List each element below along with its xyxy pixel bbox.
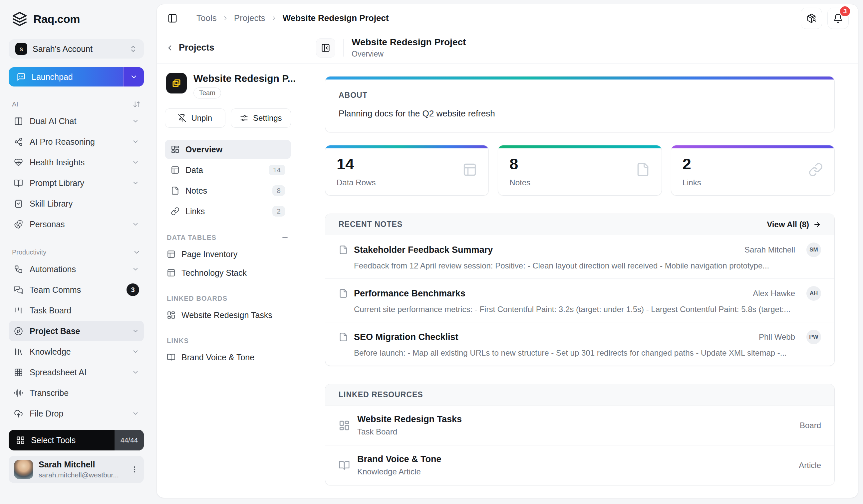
sidebar-item-prompt-library[interactable]: Prompt Library [9, 173, 144, 193]
kebab-menu-icon[interactable] [130, 465, 138, 474]
notes-value: 8 [510, 156, 650, 172]
back-to-projects[interactable]: Projects [157, 32, 299, 64]
settings-button[interactable]: Settings [231, 108, 291, 128]
unpin-button[interactable]: Unpin [165, 108, 225, 128]
tab-links[interactable]: Links 2 [165, 202, 291, 221]
table-grid-icon [14, 368, 23, 377]
chevron-down-icon [132, 327, 139, 335]
arrow-right-icon [813, 221, 821, 229]
table-icon [167, 269, 175, 277]
chevron-down-icon [132, 179, 139, 186]
item-label: Technology Stack [182, 268, 247, 278]
heart-pulse-icon [14, 158, 23, 167]
chevron-down-icon [130, 73, 138, 81]
book-open-icon [339, 460, 350, 471]
book-open-icon [14, 179, 23, 188]
notes-count-badge: 8 [272, 185, 285, 196]
breadcrumb-projects[interactable]: Projects [234, 13, 265, 23]
message-dots-icon [17, 73, 26, 81]
topbar-divider [187, 13, 187, 24]
sidebar-item-team-comms[interactable]: Team Comms 3 [9, 280, 144, 300]
sidebar-item-skill-library[interactable]: Skill Library [9, 193, 144, 214]
package-search-button[interactable] [801, 8, 822, 29]
link-brand-voice-tone[interactable]: Brand Voice & Tone [165, 348, 291, 366]
linked-resources-card: LINKED RESOURCES Website Redesign Tasks … [325, 384, 835, 486]
resource-row-brand-voice-tone[interactable]: Brand Voice & Tone Knowledge Article Art… [325, 445, 834, 485]
sidebar-item-label: Skill Library [30, 199, 139, 209]
sidebar-item-file-drop[interactable]: File Drop [9, 403, 144, 424]
notifications-badge: 3 [839, 5, 851, 17]
stat-card-notes[interactable]: 8 Notes [498, 145, 662, 196]
resource-row-website-redesign-tasks[interactable]: Website Redesign Tasks Task Board Board [325, 405, 834, 445]
sidebar-item-ai-pro-reasoning[interactable]: AI Pro Reasoning [9, 131, 144, 152]
data-tables-header: DATA TABLES [167, 234, 289, 242]
note-preview: Current site performance metrics: - Firs… [354, 305, 821, 314]
arrow-down-up-icon[interactable] [133, 101, 140, 108]
sidebar-item-spreadsheet-ai[interactable]: Spreadsheet AI [9, 362, 144, 383]
main-area: Website Redesign Project Overview ABOUT … [299, 32, 858, 498]
linked-board-website-redesign-tasks[interactable]: Website Redesign Tasks [165, 306, 291, 324]
plus-icon[interactable] [281, 234, 289, 242]
links-header: LINKS [167, 337, 289, 345]
note-preview: Before launch: - Map all existing URLs t… [354, 348, 821, 358]
account-name: Sarah's Account [33, 44, 124, 54]
recent-notes-card: RECENT NOTES View All (8) Stakeholder Fe… [325, 214, 835, 366]
resource-tag: Board [800, 421, 821, 430]
resource-title: Brand Voice & Tone [357, 454, 791, 464]
select-tools-button[interactable]: Select Tools 44/44 [9, 430, 144, 450]
launchpad-expand-button[interactable] [123, 67, 144, 87]
note-row-seo-migration-checklist[interactable]: SEO Migration Checklist Phil Webb PW Bef… [325, 322, 834, 366]
view-all-notes-link[interactable]: View All (8) [767, 220, 821, 229]
project-summary: Website Redesign P... Team [165, 73, 291, 99]
item-label: Brand Voice & Tone [182, 353, 254, 362]
note-row-performance-benchmarks[interactable]: Performance Benchmarks Alex Hawke AH Cur… [325, 279, 834, 322]
project-panel: Projects Website Redesign P... Team Unpi… [157, 32, 299, 498]
about-title: ABOUT [339, 91, 821, 100]
sidebar-item-label: Health Insights [30, 158, 125, 167]
sidebar-item-knowledge[interactable]: Knowledge [9, 341, 144, 362]
page-title: Website Redesign Project [352, 37, 466, 48]
sidebar-item-health-insights[interactable]: Health Insights [9, 152, 144, 173]
stat-card-links[interactable]: 2 Links [671, 145, 835, 196]
sidebar-item-task-board[interactable]: Task Board [9, 300, 144, 321]
link-icon [171, 207, 179, 216]
chevron-left-icon [165, 43, 174, 52]
user-card[interactable]: Sarah Mitchell sarah.mitchell@westbur... [9, 456, 144, 483]
linked-boards-title: LINKED BOARDS [167, 295, 227, 302]
share-network-icon [14, 138, 23, 146]
tab-overview[interactable]: Overview [165, 140, 291, 159]
tab-notes[interactable]: Notes 8 [165, 181, 291, 200]
notifications-button[interactable]: 3 [827, 8, 849, 29]
data-table-page-inventory[interactable]: Page Inventory [165, 245, 291, 263]
sidebar-item-personas[interactable]: Personas [9, 214, 144, 234]
data-table-technology-stack[interactable]: Technology Stack [165, 263, 291, 282]
note-row-stakeholder-feedback[interactable]: Stakeholder Feedback Summary Sarah Mitch… [325, 235, 834, 279]
sidebar-item-label: Automations [30, 264, 125, 274]
sidebar-item-dual-ai-chat[interactable]: Dual AI Chat [9, 111, 144, 131]
note-title: Performance Benchmarks [354, 288, 747, 299]
links-count-badge: 2 [272, 206, 285, 217]
audio-lines-icon [14, 389, 23, 398]
section-header-productivity[interactable]: Productivity [12, 248, 140, 256]
sliders-icon [240, 114, 248, 122]
topbar: Tools Projects Website Redesign Project … [157, 4, 858, 32]
tab-data[interactable]: Data 14 [165, 160, 291, 180]
collapse-panel-button[interactable] [316, 38, 335, 57]
file-icon [339, 332, 348, 342]
breadcrumb-tools[interactable]: Tools [197, 13, 217, 23]
sidebar-item-project-base[interactable]: Project Base [9, 321, 144, 341]
account-switcher[interactable]: s Sarah's Account [9, 39, 144, 59]
launchpad-button[interactable]: Launchpad [9, 67, 144, 87]
package-search-icon [806, 13, 816, 23]
panel-left-icon[interactable] [167, 13, 177, 23]
stat-card-data-rows[interactable]: 14 Data Rows [325, 145, 489, 196]
linked-resources-title: LINKED RESOURCES [339, 390, 423, 399]
sidebar-item-automations[interactable]: Automations [9, 259, 144, 280]
resource-title: Website Redesign Tasks [357, 414, 792, 425]
messages-square-icon [14, 285, 23, 294]
file-icon [339, 289, 348, 298]
chevron-right-icon [222, 15, 229, 22]
stat-gradient-bar [671, 145, 834, 148]
sidebar-item-transcribe[interactable]: Transcribe [9, 383, 144, 403]
brand-name: Raq.com [33, 13, 80, 26]
